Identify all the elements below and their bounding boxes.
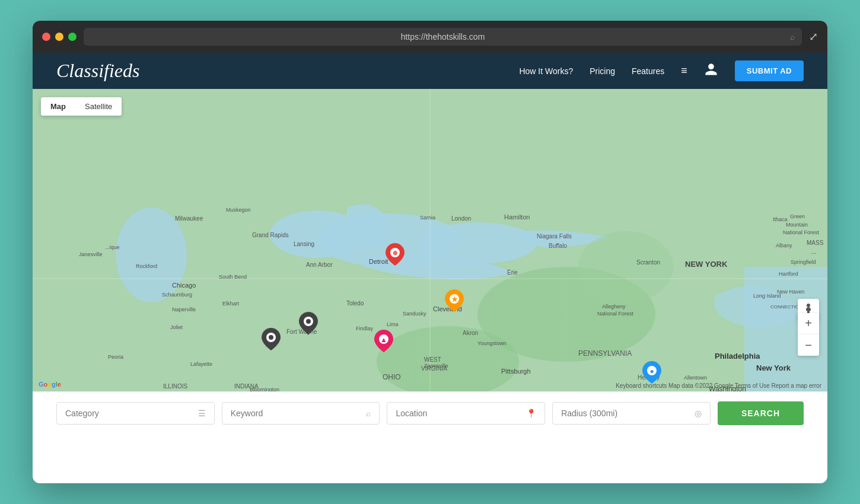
svg-text:Lima: Lima (387, 321, 399, 327)
svg-text:Janesville: Janesville (79, 251, 103, 257)
map-footer-info: Keyboard shortcuts Map data ©2022 Google… (616, 382, 821, 389)
menu-icon[interactable]: ≡ (681, 65, 687, 77)
pin-detroit[interactable]: ⊕ (386, 243, 404, 268)
svg-text:Zanesville: Zanesville (424, 363, 448, 369)
svg-text:South Bend: South Bend (219, 274, 247, 280)
svg-text:Muskegon: Muskegon (226, 207, 251, 213)
site-logo: Classifieds (56, 60, 139, 82)
svg-text:Elkhart: Elkhart (222, 301, 240, 307)
nav-features[interactable]: Features (632, 66, 664, 76)
svg-text:MASS: MASS (807, 240, 824, 246)
maximize-button[interactable] (68, 33, 77, 41)
svg-text:Findlay: Findlay (356, 326, 374, 331)
svg-text:Youngstown: Youngstown (477, 340, 507, 346)
expand-icon[interactable]: ⤢ (809, 30, 818, 43)
pin-cleveland[interactable]: ★ (445, 289, 464, 314)
svg-text:National Forest: National Forest (597, 311, 634, 317)
svg-text:Akron: Akron (463, 330, 478, 336)
svg-text:Lafayette: Lafayette (190, 361, 212, 367)
svg-text:Bloomington: Bloomington (250, 387, 279, 391)
minimize-button[interactable] (55, 33, 63, 41)
search-button[interactable]: SEARCH (718, 401, 804, 425)
svg-text:Naperville: Naperville (172, 307, 196, 312)
svg-text:PENNSYLVANIA: PENNSYLVANIA (578, 349, 632, 358)
svg-text:Lansing: Lansing (294, 241, 314, 247)
svg-text:Chicago: Chicago (172, 282, 196, 289)
svg-text:Green: Green (790, 213, 805, 219)
svg-text:Hartford: Hartford (779, 271, 798, 277)
svg-text:NEW YORK: NEW YORK (685, 260, 728, 269)
svg-text:Philadelphia: Philadelphia (715, 352, 760, 361)
url-display: https://thehotskills.com (401, 32, 485, 42)
browser-window: https://thehotskills.com ⌕ ⤢ Classifieds… (33, 21, 827, 483)
satellite-view-button[interactable]: Satellite (75, 97, 122, 116)
svg-text:...ique: ...ique (105, 244, 120, 250)
zoom-in-button[interactable]: + (798, 313, 819, 334)
zoom-controls: + − (798, 313, 819, 356)
traffic-lights (42, 33, 77, 41)
svg-text:●: ● (649, 367, 654, 375)
radius-input[interactable] (561, 409, 690, 418)
svg-point-121 (269, 335, 273, 340)
user-icon[interactable] (704, 62, 718, 79)
nav-how-it-works[interactable]: How It Works? (519, 66, 573, 76)
svg-text:Allegheny: Allegheny (602, 304, 626, 310)
svg-text:Buffalo: Buffalo (549, 243, 567, 249)
svg-text:⊕: ⊕ (393, 250, 397, 256)
svg-text:New York: New York (756, 363, 791, 372)
svg-text:London: London (451, 215, 471, 222)
nav-links: How It Works? Pricing Features ≡ SUBMIT … (519, 60, 804, 81)
svg-text:Grand Rapids: Grand Rapids (252, 232, 289, 238)
address-bar[interactable]: https://thehotskills.com ⌕ (84, 28, 802, 46)
google-logo: Google (39, 381, 61, 388)
radius-field[interactable]: ◎ (552, 402, 711, 425)
svg-text:Hamilton: Hamilton (504, 213, 530, 221)
svg-text:Springfield: Springfield (791, 259, 816, 265)
browser-search-icon: ⌕ (790, 32, 795, 42)
svg-text:★: ★ (451, 295, 458, 304)
svg-text:New Haven: New Haven (777, 289, 805, 295)
svg-text:Ithaca: Ithaca (773, 216, 788, 222)
svg-text:Rockford: Rockford (136, 263, 157, 269)
svg-text:Schaumburg: Schaumburg (162, 292, 192, 298)
svg-point-119 (306, 319, 311, 324)
location-pin-icon: 📍 (526, 409, 536, 418)
svg-text:Erie: Erie (507, 269, 518, 276)
svg-point-129 (807, 304, 810, 307)
keyword-search-icon: ⌕ (366, 409, 371, 418)
location-field[interactable]: 📍 (387, 402, 545, 425)
pin-fort-wayne[interactable] (299, 312, 318, 337)
svg-text:Pittsburgh: Pittsburgh (501, 368, 531, 375)
close-button[interactable] (42, 33, 50, 41)
map-view-button[interactable]: Map (41, 97, 75, 116)
map-view-toggle: Map Satellite (41, 97, 122, 116)
keyword-input[interactable] (231, 409, 362, 418)
svg-text:Allentown: Allentown (684, 375, 707, 381)
svg-text:National Forest: National Forest (783, 229, 820, 235)
keyword-field[interactable]: ⌕ (222, 402, 380, 425)
pin-akron[interactable]: ▲ (374, 330, 393, 355)
svg-text:ILLINOIS: ILLINOIS (163, 383, 187, 390)
svg-text:Toledo: Toledo (346, 300, 364, 307)
radius-target-icon: ◎ (695, 409, 702, 418)
pin-indiana[interactable] (262, 328, 281, 353)
submit-ad-button[interactable]: SUBMIT AD (735, 60, 804, 81)
svg-text:Ann Arbor: Ann Arbor (306, 261, 333, 268)
browser-chrome: https://thehotskills.com ⌕ ⤢ (33, 21, 827, 53)
svg-text:Mountain: Mountain (786, 222, 808, 228)
location-input[interactable] (396, 409, 521, 418)
svg-text:▲: ▲ (380, 336, 387, 344)
search-bar: ☰ ⌕ 📍 ◎ SEARCH (33, 391, 827, 435)
zoom-out-button[interactable]: − (798, 334, 819, 356)
svg-text:WEST: WEST (424, 356, 441, 363)
svg-text:Joliet: Joliet (170, 324, 183, 330)
svg-text:Milwaukee: Milwaukee (175, 215, 203, 222)
svg-text:Peoria: Peoria (108, 354, 123, 360)
category-field[interactable]: ☰ (56, 402, 215, 425)
map-container: Map Satellite (33, 89, 827, 391)
svg-text:Scranton: Scranton (636, 259, 660, 266)
svg-text:Niagara Falls: Niagara Falls (537, 233, 572, 240)
category-input[interactable] (65, 409, 193, 418)
category-list-icon: ☰ (198, 409, 206, 418)
nav-pricing[interactable]: Pricing (590, 66, 615, 76)
